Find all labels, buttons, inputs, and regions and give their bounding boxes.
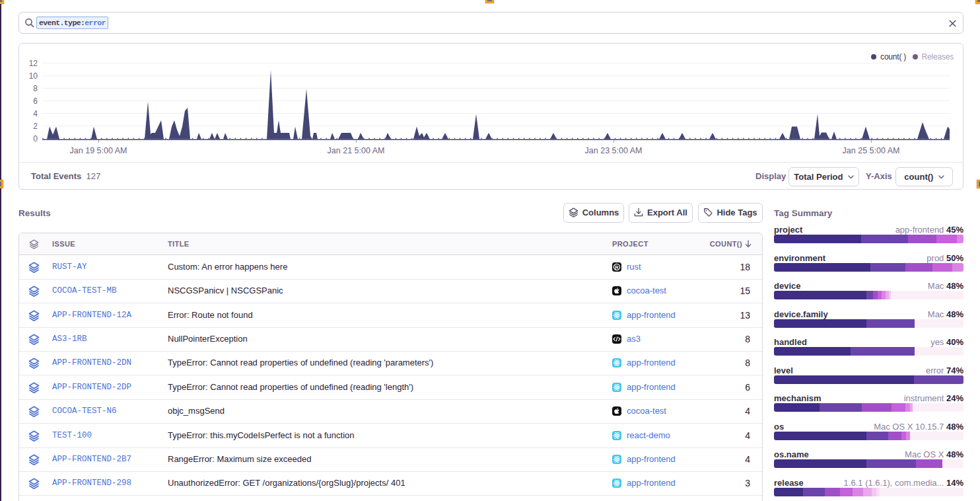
- svg-text:R: R: [615, 264, 619, 270]
